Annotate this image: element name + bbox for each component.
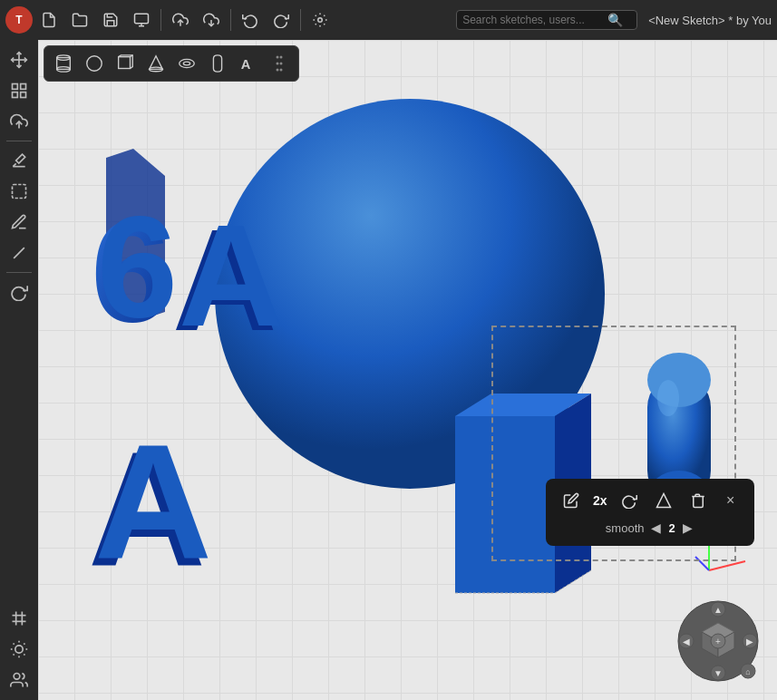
- svg-line-26: [24, 644, 24, 645]
- popup-close-button[interactable]: ×: [720, 490, 742, 511]
- move-tool-button[interactable]: [5, 45, 34, 74]
- scene-svg: 6 6 A A A A: [38, 40, 777, 700]
- svg-point-35: [180, 59, 195, 67]
- search-icon: 🔍: [607, 13, 623, 27]
- svg-point-27: [14, 674, 20, 680]
- community-button[interactable]: [5, 666, 34, 695]
- popup-edit-button[interactable]: [558, 488, 584, 513]
- svg-point-57: [657, 380, 679, 416]
- grid-button[interactable]: [5, 604, 34, 633]
- smooth-label: smooth: [606, 521, 645, 535]
- logo-button[interactable]: T: [5, 6, 33, 34]
- popup-smooth-row: smooth ◀ 2 ▶: [606, 519, 694, 537]
- side-sep2: [6, 272, 32, 273]
- import-button[interactable]: [5, 107, 34, 136]
- eraser-button[interactable]: [5, 146, 34, 175]
- sketch-title: <New Sketch> * by You: [648, 14, 772, 27]
- svg-rect-8: [21, 84, 26, 90]
- sep2: [230, 9, 231, 31]
- nav-cube[interactable]: ◀ ▶ ▲ ▼ +: [677, 600, 759, 682]
- svg-rect-0: [135, 14, 149, 24]
- svg-point-55: [647, 353, 711, 407]
- sep1: [160, 9, 161, 31]
- pen-button[interactable]: [5, 208, 34, 237]
- svg-rect-32: [119, 57, 131, 69]
- popup-delete-button[interactable]: [685, 488, 711, 513]
- popup-duplicate-button[interactable]: [617, 488, 642, 513]
- svg-point-43: [280, 69, 283, 72]
- canvas-area[interactable]: 6 6 A A A A: [38, 40, 777, 700]
- svg-point-39: [280, 56, 283, 59]
- shapes-panel-button[interactable]: [5, 76, 34, 105]
- download-button[interactable]: [197, 5, 226, 34]
- smooth-decrement-button[interactable]: ◀: [649, 519, 663, 537]
- svg-rect-10: [13, 92, 18, 98]
- svg-point-40: [277, 63, 279, 65]
- refresh-button[interactable]: [5, 277, 34, 306]
- nav-center-button[interactable]: +: [711, 634, 725, 648]
- open-button[interactable]: [65, 5, 94, 34]
- text-shape-button[interactable]: A: [235, 50, 262, 77]
- svg-text:A: A: [241, 57, 251, 72]
- line-button[interactable]: [5, 238, 34, 267]
- svg-point-31: [87, 56, 102, 72]
- side-sep1: [6, 141, 32, 141]
- letter-A-left: A A: [172, 194, 284, 361]
- undo-button[interactable]: [236, 5, 265, 34]
- tube-shape-button[interactable]: [204, 50, 231, 77]
- nav-right-button[interactable]: ▶: [743, 634, 757, 648]
- svg-text:A: A: [179, 194, 284, 356]
- sun-button[interactable]: [5, 635, 34, 664]
- top-toolbar: T: [0, 0, 777, 40]
- svg-point-4: [318, 18, 323, 23]
- settings-button[interactable]: [306, 5, 335, 34]
- nav-up-button[interactable]: ▲: [711, 602, 725, 617]
- box-shape-button[interactable]: [112, 50, 139, 77]
- svg-point-38: [277, 56, 279, 59]
- svg-text:▶: ▶: [746, 637, 753, 647]
- new-button[interactable]: [34, 5, 63, 34]
- popup-mirror-button[interactable]: [651, 488, 676, 513]
- select-button[interactable]: [5, 177, 34, 206]
- search-input[interactable]: [462, 14, 607, 26]
- svg-line-22: [24, 654, 24, 655]
- sep3: [300, 9, 301, 31]
- svg-rect-51: [455, 416, 555, 593]
- svg-text:A: A: [94, 411, 212, 593]
- drag-handle[interactable]: [266, 50, 293, 77]
- popup-actions-row: 2x ×: [558, 488, 742, 513]
- svg-point-42: [277, 69, 279, 72]
- svg-marker-61: [656, 494, 670, 508]
- letter-6: 6 6: [91, 149, 178, 352]
- left-sidebar: [0, 40, 38, 700]
- nav-home-button[interactable]: ⌂: [741, 664, 755, 678]
- context-popup: 2x ×: [546, 479, 754, 546]
- save-button[interactable]: [96, 5, 125, 34]
- nav-left-button[interactable]: ◀: [679, 634, 694, 648]
- nav-down-button[interactable]: ▼: [711, 666, 725, 680]
- popup-count-label: 2x: [593, 493, 607, 508]
- svg-rect-12: [13, 185, 26, 199]
- search-container: 🔍: [456, 10, 637, 30]
- svg-line-60: [695, 557, 709, 570]
- svg-line-58: [709, 561, 745, 570]
- svg-text:+: +: [715, 637, 721, 647]
- svg-line-25: [14, 654, 15, 655]
- sphere-shape-button[interactable]: [81, 50, 108, 77]
- svg-text:6: 6: [97, 185, 178, 347]
- smooth-increment-button[interactable]: ▶: [681, 519, 694, 537]
- svg-line-21: [14, 644, 15, 645]
- svg-rect-9: [21, 92, 26, 98]
- cone-shape-button[interactable]: [142, 50, 170, 77]
- svg-text:▲: ▲: [714, 605, 723, 615]
- cylinder-shape-button[interactable]: [50, 50, 77, 77]
- upload-button[interactable]: [166, 5, 195, 34]
- svg-line-13: [14, 248, 24, 258]
- save-local-button[interactable]: [127, 5, 156, 34]
- svg-point-36: [183, 62, 189, 65]
- torus-shape-button[interactable]: [173, 50, 200, 77]
- svg-rect-7: [13, 84, 18, 90]
- svg-point-41: [280, 63, 283, 65]
- redo-button[interactable]: [267, 5, 296, 34]
- svg-text:▼: ▼: [714, 668, 723, 678]
